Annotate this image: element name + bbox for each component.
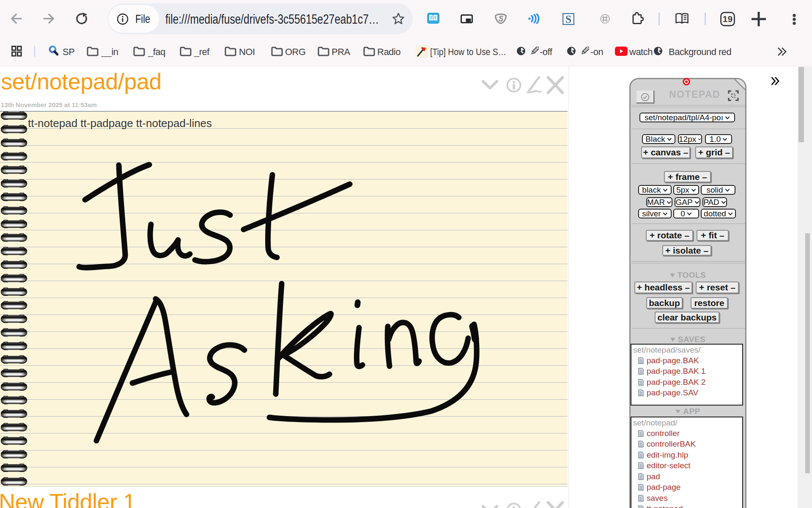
svg-text:S: S	[565, 13, 571, 25]
